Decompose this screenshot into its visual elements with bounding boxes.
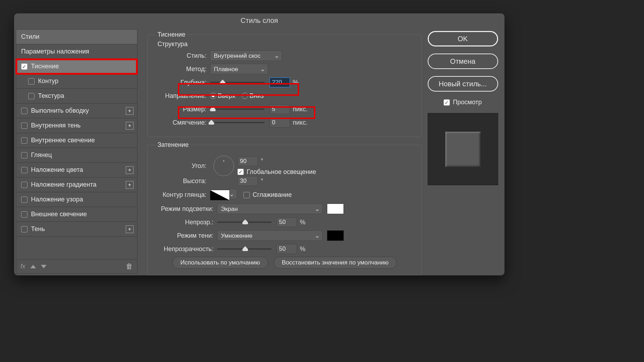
effect-checkbox[interactable] bbox=[21, 167, 27, 173]
global-light-label: Глобальное освещение bbox=[247, 168, 316, 176]
sidebar-item-label: Глянец bbox=[31, 151, 52, 159]
size-label: Размер: bbox=[155, 106, 210, 113]
global-light-checkbox[interactable]: ✓ bbox=[237, 169, 244, 175]
sidebar-item-11[interactable]: Внешнее свечение bbox=[16, 207, 137, 222]
add-instance-icon[interactable]: + bbox=[126, 225, 134, 233]
gloss-contour-picker[interactable] bbox=[210, 190, 230, 200]
sidebar-item-9[interactable]: Наложение градиента+ bbox=[16, 177, 137, 192]
shadow-color-swatch[interactable] bbox=[327, 230, 344, 241]
dialog-title: Стиль слоя bbox=[14, 13, 504, 27]
make-default-button[interactable]: Использовать по умолчанию bbox=[172, 257, 268, 269]
fx-icon[interactable]: fx bbox=[20, 263, 25, 270]
add-instance-icon[interactable]: + bbox=[126, 107, 134, 115]
highlight-mode-select[interactable]: Экран bbox=[217, 204, 323, 214]
highlight-opacity-slider[interactable] bbox=[217, 221, 272, 223]
antialias-checkbox[interactable] bbox=[243, 192, 250, 198]
shading-legend: Затенение bbox=[155, 141, 191, 149]
sidebar-item-8[interactable]: Наложение цвета+ bbox=[16, 163, 137, 177]
sidebar-item-6[interactable]: Внутреннее свечение bbox=[16, 133, 137, 148]
effect-checkbox[interactable] bbox=[21, 123, 27, 129]
depth-input[interactable] bbox=[270, 77, 290, 87]
sidebar-item-label: Тень bbox=[31, 225, 45, 233]
bevel-fieldset: Тиснение Структура Стиль: Внутренний ско… bbox=[147, 31, 422, 137]
depth-label: Глубина: bbox=[155, 79, 210, 86]
effect-checkbox[interactable] bbox=[21, 108, 27, 114]
sidebar-item-label: Внутреннее свечение bbox=[31, 137, 95, 144]
sidebar-item-label: Контур bbox=[38, 77, 58, 85]
direction-up-radio[interactable] bbox=[210, 93, 216, 99]
method-select[interactable]: Плавное bbox=[210, 64, 268, 74]
direction-up-label: Вверх bbox=[218, 92, 235, 100]
effect-checkbox[interactable] bbox=[21, 137, 27, 144]
sidebar-item-label: Выполнить обводку bbox=[31, 107, 89, 114]
angle-label: Угол: bbox=[155, 162, 210, 170]
soften-unit: пикс. bbox=[293, 119, 308, 126]
angle-input[interactable] bbox=[237, 156, 258, 166]
effect-checkbox[interactable]: ✓ bbox=[21, 63, 27, 70]
sidebar-item-2[interactable]: Контур bbox=[16, 74, 137, 89]
highlight-opacity-unit: % bbox=[300, 219, 305, 226]
sidebar-item-12[interactable]: Тень+ bbox=[16, 222, 137, 237]
shadow-opacity-input[interactable] bbox=[277, 244, 297, 254]
sidebar-footer: fx 🗑 bbox=[16, 259, 137, 273]
direction-down-label: Вниз bbox=[249, 92, 264, 100]
shadow-opacity-slider[interactable] bbox=[217, 248, 272, 250]
sidebar-item-label: Параметры наложения bbox=[21, 48, 89, 55]
new-style-button[interactable]: Новый стиль... bbox=[428, 76, 498, 92]
cancel-button[interactable]: Отмена bbox=[428, 54, 498, 69]
effect-checkbox[interactable] bbox=[21, 211, 27, 218]
preview-checkbox[interactable]: ✓ bbox=[444, 99, 450, 106]
sidebar-item-label: Наложение узора bbox=[31, 196, 83, 203]
highlight-color-swatch[interactable] bbox=[327, 204, 344, 214]
highlight-opacity-input[interactable] bbox=[277, 217, 297, 227]
effect-checkbox[interactable] bbox=[21, 196, 27, 203]
sidebar-item-10[interactable]: Наложение узора bbox=[16, 192, 137, 207]
size-unit: пикс. bbox=[293, 106, 308, 113]
shadow-mode-select[interactable]: Умножение bbox=[217, 230, 323, 241]
settings-panel: Тиснение Структура Стиль: Внутренний ско… bbox=[137, 27, 425, 275]
sidebar-item-7[interactable]: Глянец bbox=[16, 148, 137, 163]
effect-checkbox[interactable] bbox=[21, 152, 27, 158]
add-instance-icon[interactable]: + bbox=[126, 166, 134, 174]
effect-checkbox[interactable] bbox=[21, 182, 27, 188]
soften-input[interactable] bbox=[270, 118, 290, 127]
structure-subhead: Структура bbox=[157, 40, 414, 48]
soften-label: Смягчение: bbox=[155, 119, 210, 126]
angle-dial[interactable] bbox=[213, 156, 234, 176]
sidebar-item-4[interactable]: Выполнить обводку+ bbox=[16, 104, 137, 118]
right-panel: OK Отмена Новый стиль... ✓Просмотр bbox=[425, 27, 504, 275]
shadow-opacity-label: Непрозрачность: bbox=[155, 245, 217, 253]
move-up-icon[interactable] bbox=[30, 265, 36, 268]
shadow-mode-label: Режим тени: bbox=[155, 232, 217, 239]
reset-default-button[interactable]: Восстановить значения по умолчанию bbox=[274, 257, 397, 269]
depth-slider[interactable] bbox=[210, 82, 265, 83]
sidebar-item-label: Внешнее свечение bbox=[31, 211, 87, 218]
ok-button[interactable]: OK bbox=[428, 31, 498, 46]
altitude-label: Высота: bbox=[155, 177, 210, 185]
sidebar-header[interactable]: Стили bbox=[16, 30, 137, 44]
soften-slider[interactable] bbox=[210, 122, 265, 123]
preview-label: Просмотр bbox=[453, 99, 482, 106]
move-down-icon[interactable] bbox=[41, 265, 47, 268]
add-instance-icon[interactable]: + bbox=[126, 181, 134, 189]
sidebar-item-0[interactable]: Параметры наложения bbox=[16, 44, 137, 59]
size-slider[interactable] bbox=[210, 108, 265, 110]
gloss-contour-label: Контур глянца: bbox=[155, 191, 210, 199]
add-instance-icon[interactable]: + bbox=[126, 122, 134, 130]
effect-checkbox[interactable] bbox=[28, 93, 35, 99]
trash-icon[interactable]: 🗑 bbox=[126, 262, 133, 270]
sidebar-item-3[interactable]: Текстура bbox=[16, 89, 137, 104]
shadow-opacity-unit: % bbox=[300, 245, 305, 253]
sidebar-item-1[interactable]: ✓Тиснение bbox=[16, 59, 137, 74]
sidebar-item-5[interactable]: Внутренняя тень+ bbox=[16, 118, 137, 133]
direction-down-radio[interactable] bbox=[242, 93, 248, 99]
style-select[interactable]: Внутренний скос bbox=[210, 50, 282, 61]
sidebar-item-label: Наложение градиента bbox=[31, 181, 97, 188]
effect-checkbox[interactable] bbox=[21, 226, 27, 232]
sidebar-item-label: Тиснение bbox=[31, 63, 59, 70]
shading-fieldset: Затенение Угол: ° ✓Глобальное освещение … bbox=[147, 141, 422, 275]
method-label: Метод: bbox=[155, 65, 210, 73]
effect-checkbox[interactable] bbox=[28, 78, 35, 85]
size-input[interactable] bbox=[270, 104, 290, 114]
altitude-input[interactable] bbox=[237, 176, 258, 186]
